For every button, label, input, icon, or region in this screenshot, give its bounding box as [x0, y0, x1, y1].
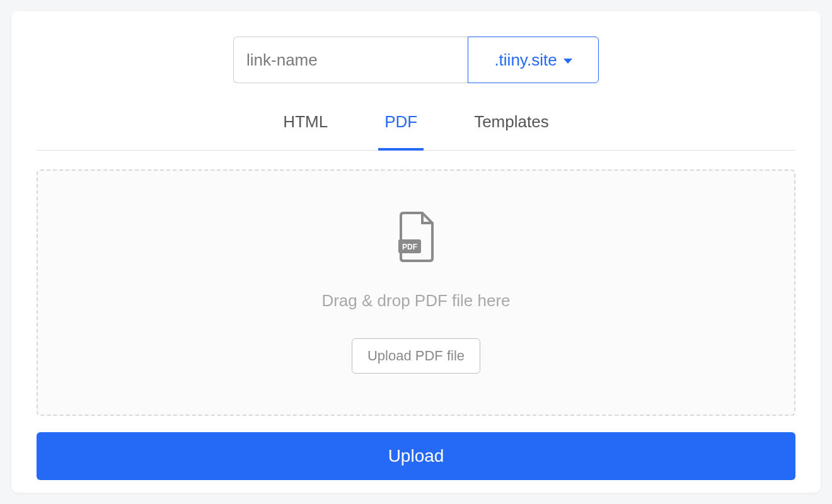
drop-instruction-text: Drag & drop PDF file here: [321, 291, 510, 311]
upload-card: .tiiny.site HTML PDF Templates PDF Drag …: [11, 11, 821, 493]
upload-button[interactable]: Upload: [37, 432, 795, 480]
domain-dropdown[interactable]: .tiiny.site: [468, 37, 599, 83]
svg-text:PDF: PDF: [402, 243, 417, 251]
domain-label: .tiiny.site: [494, 50, 557, 70]
file-dropzone[interactable]: PDF Drag & drop PDF file here Upload PDF…: [37, 169, 795, 416]
tabs: HTML PDF Templates: [37, 107, 795, 151]
tab-pdf[interactable]: PDF: [378, 107, 424, 151]
upload-file-button[interactable]: Upload PDF file: [352, 338, 480, 374]
chevron-down-icon: [563, 59, 572, 64]
tab-templates[interactable]: Templates: [468, 107, 555, 151]
link-name-input[interactable]: [233, 37, 468, 83]
url-row: .tiiny.site: [11, 37, 821, 83]
tab-html[interactable]: HTML: [277, 107, 334, 151]
pdf-file-icon: PDF: [397, 212, 435, 262]
